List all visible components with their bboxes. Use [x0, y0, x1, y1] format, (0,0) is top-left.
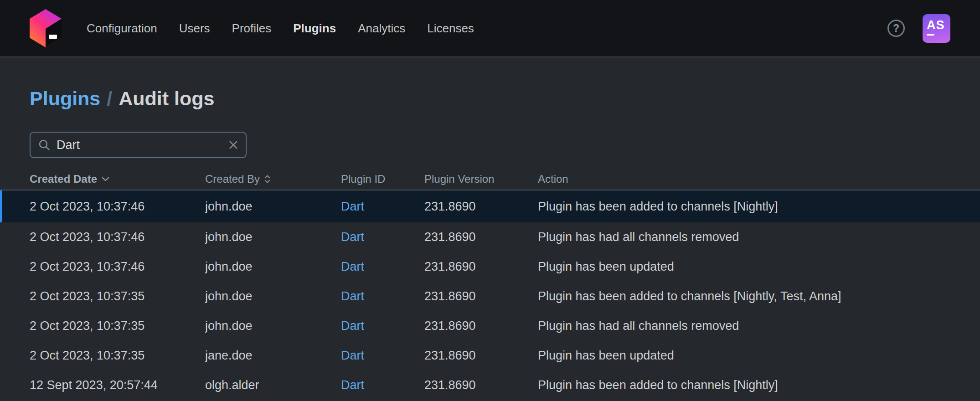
cell-plugin-version: 231.8690 [424, 349, 538, 363]
table-header-row: Created Date Created By Plugin ID Plugin… [0, 169, 980, 190]
cell-action: Plugin has been updated [538, 260, 980, 274]
column-label: Created Date [30, 173, 97, 185]
cell-plugin-version: 231.8690 [424, 378, 538, 392]
table-row[interactable]: 2 Oct 2023, 10:37:46 john.doe Dart 231.8… [0, 222, 980, 252]
plugin-id-link[interactable]: Dart [341, 289, 364, 303]
cell-created-date: 2 Oct 2023, 10:37:35 [30, 289, 205, 303]
column-header-created-by[interactable]: Created By [205, 173, 341, 185]
plugin-id-link[interactable]: Dart [341, 230, 364, 244]
cell-created-by: john.doe [205, 319, 341, 333]
help-icon[interactable]: ? [887, 20, 905, 37]
main-content: Plugins / Audit logs Created Date Create… [0, 57, 980, 400]
cell-created-by: john.doe [205, 260, 341, 274]
cell-created-date: 2 Oct 2023, 10:37:46 [30, 260, 205, 274]
breadcrumb-separator: / [107, 87, 112, 110]
cell-action: Plugin has been added to channels [Night… [538, 378, 980, 392]
cell-plugin-version: 231.8690 [424, 230, 538, 244]
avatar[interactable]: AS [923, 14, 950, 43]
cell-created-by: john.doe [205, 289, 341, 303]
nav-item-users[interactable]: Users [179, 21, 210, 36]
sort-both-icon [264, 175, 270, 184]
cell-created-date: 2 Oct 2023, 10:37:46 [30, 230, 205, 244]
avatar-initials: AS [927, 19, 950, 31]
nav-item-plugins[interactable]: Plugins [293, 21, 336, 36]
column-label: Action [538, 173, 568, 185]
cell-action: Plugin has had all channels removed [538, 230, 980, 244]
cell-created-date: 2 Oct 2023, 10:37:35 [30, 349, 205, 363]
cell-created-date: 2 Oct 2023, 10:37:46 [30, 200, 205, 214]
column-label: Plugin ID [341, 173, 385, 185]
page-title: Audit logs [119, 87, 214, 110]
sort-desc-icon [102, 177, 109, 181]
app-logo-icon[interactable] [28, 9, 63, 47]
table-body: 2 Oct 2023, 10:37:46 john.doe Dart 231.8… [0, 190, 980, 400]
nav-item-configuration[interactable]: Configuration [87, 21, 157, 36]
nav-item-profiles[interactable]: Profiles [232, 21, 272, 36]
cell-plugin-version: 231.8690 [424, 289, 538, 303]
cell-action: Plugin has been updated [538, 349, 980, 363]
column-header-action: Action [538, 173, 980, 185]
nav-item-analytics[interactable]: Analytics [358, 21, 405, 36]
cell-plugin-version: 231.8690 [424, 260, 538, 274]
selected-row-indicator [0, 190, 2, 222]
cell-created-by: jane.doe [205, 349, 341, 363]
cell-plugin-version: 231.8690 [424, 319, 538, 333]
table-row[interactable]: 2 Oct 2023, 10:37:35 john.doe Dart 231.8… [0, 311, 980, 341]
cell-action: Plugin has been added to channels [Night… [538, 200, 980, 214]
table-row[interactable]: 2 Oct 2023, 10:37:35 jane.doe Dart 231.8… [0, 341, 980, 370]
main-nav: Configuration Users Profiles Plugins Ana… [87, 21, 474, 36]
column-header-plugin-version: Plugin Version [424, 173, 538, 185]
cell-plugin-version: 231.8690 [424, 200, 538, 214]
search-box[interactable] [30, 132, 247, 158]
column-label: Plugin Version [424, 173, 494, 185]
breadcrumb: Plugins / Audit logs [0, 57, 980, 110]
table-row[interactable]: 2 Oct 2023, 10:37:46 john.doe Dart 231.8… [0, 252, 980, 282]
table-row[interactable]: 12 Sept 2023, 20:57:44 olgh.alder Dart 2… [0, 370, 980, 400]
search-input[interactable] [57, 138, 228, 152]
cell-created-by: john.doe [205, 230, 341, 244]
cell-action: Plugin has had all channels removed [538, 319, 980, 333]
topnav-right-group: ? AS [887, 14, 950, 43]
plugin-id-link[interactable]: Dart [341, 378, 364, 392]
cell-created-date: 2 Oct 2023, 10:37:35 [30, 319, 205, 333]
cell-created-by: olgh.alder [205, 378, 341, 392]
nav-item-licenses[interactable]: Licenses [427, 21, 474, 36]
top-navigation-bar: Configuration Users Profiles Plugins Ana… [0, 0, 980, 57]
search-icon [38, 139, 50, 151]
plugin-id-link[interactable]: Dart [341, 319, 364, 333]
cell-created-date: 12 Sept 2023, 20:57:44 [30, 378, 205, 392]
column-header-created-date[interactable]: Created Date [30, 173, 205, 185]
cell-action: Plugin has been added to channels [Night… [538, 289, 980, 303]
column-header-plugin-id: Plugin ID [341, 173, 424, 185]
cell-created-by: john.doe [205, 200, 341, 214]
table-row[interactable]: 2 Oct 2023, 10:37:46 john.doe Dart 231.8… [0, 190, 980, 222]
plugin-id-link[interactable]: Dart [341, 200, 364, 214]
breadcrumb-plugins-link[interactable]: Plugins [30, 87, 100, 110]
plugin-id-link[interactable]: Dart [341, 260, 364, 274]
clear-search-icon[interactable] [228, 140, 238, 150]
plugin-id-link[interactable]: Dart [341, 349, 364, 363]
avatar-underline [927, 34, 934, 36]
column-label: Created By [205, 173, 260, 185]
table-row[interactable]: 2 Oct 2023, 10:37:35 john.doe Dart 231.8… [0, 282, 980, 311]
